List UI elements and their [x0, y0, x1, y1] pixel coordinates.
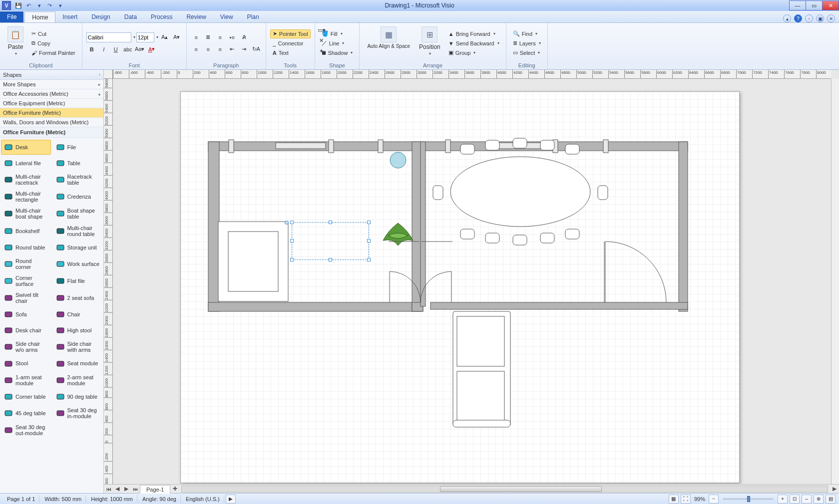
resize-handle[interactable] — [329, 258, 332, 261]
align-left-icon[interactable]: ≡ — [191, 44, 202, 54]
help-icon[interactable]: ? — [794, 14, 802, 22]
font-color-button[interactable]: A▾ — [146, 44, 157, 54]
rotate-text-icon[interactable]: ↻A — [251, 44, 262, 54]
shape-item[interactable]: 1-arm seat module — [1, 372, 51, 388]
page-tab[interactable]: Page-1 — [140, 485, 170, 494]
bold-button[interactable]: B — [86, 44, 97, 54]
send-backward-button[interactable]: ▼ Send Backward▾ — [446, 39, 502, 48]
canvas[interactable] — [113, 79, 831, 484]
minimize-ribbon-icon[interactable]: ▴ — [783, 14, 791, 22]
resize-handle[interactable] — [290, 239, 294, 243]
paste-button[interactable]: 📋 Paste ▾ — [4, 25, 27, 61]
qat-customize[interactable]: ▾ — [56, 1, 65, 10]
tab-review[interactable]: Review — [179, 11, 213, 22]
shape-item[interactable]: Credenza — [53, 189, 103, 205]
shape-item[interactable]: File — [53, 140, 103, 155]
shape-item[interactable]: Corner table — [1, 389, 51, 404]
shape-item[interactable]: Work surface — [53, 256, 103, 272]
first-page-icon[interactable]: ⏮ — [104, 485, 113, 493]
undo-dropdown[interactable]: ▾ — [35, 1, 44, 10]
last-page-icon[interactable]: ⏭ — [131, 485, 140, 493]
autoalign-button[interactable]: ▦ Auto Align & Space — [364, 25, 414, 61]
shape-item[interactable]: Multi-chair rectangle — [1, 189, 51, 205]
position-button[interactable]: ⊞ Position▾ — [416, 25, 444, 61]
decrease-indent-icon[interactable]: ⇤ — [227, 44, 238, 54]
shrink-font-icon[interactable]: A▾ — [171, 32, 182, 42]
shape-item[interactable]: Racetrack table — [53, 172, 103, 188]
rotation-handle-icon[interactable] — [285, 221, 289, 225]
shape-item[interactable]: 2 seat sofa — [53, 290, 103, 306]
shape-item[interactable]: Corner surface — [1, 273, 51, 289]
stencil-row[interactable]: Office Furniture (Metric) — [0, 108, 103, 118]
tab-design[interactable]: Design — [84, 11, 117, 22]
shape-item[interactable]: Lateral file — [1, 156, 51, 171]
window-child-close-icon[interactable]: ✕ — [827, 14, 835, 22]
more-shapes-button[interactable]: More Shapes▸ — [0, 80, 103, 89]
presentation-mode-icon[interactable]: ▦ — [669, 495, 679, 504]
shape-item[interactable]: Flat file — [53, 273, 103, 289]
align-center-icon[interactable]: ≡ — [203, 44, 214, 54]
shape-item[interactable]: Storage unit — [53, 240, 103, 255]
pan-zoom-icon[interactable]: ⊕ — [814, 495, 824, 504]
shape-item[interactable]: Seat module — [53, 356, 103, 371]
language-info[interactable]: English (U.S.) — [182, 495, 224, 503]
stencil-row[interactable]: Office Equipment (Metric) — [0, 99, 103, 108]
shape-item[interactable]: Swivel tilt chair — [1, 290, 51, 306]
shape-item[interactable]: Desk chair — [1, 323, 51, 338]
pointer-tool-button[interactable]: ➤ Pointer Tool — [270, 29, 311, 38]
shape-item[interactable]: 2-arm seat module — [53, 372, 103, 388]
rectangle-tool-icon[interactable]: ▭▾ — [316, 25, 327, 35]
grow-font-icon[interactable]: A▴ — [159, 32, 170, 42]
shape-item[interactable]: Round table — [1, 240, 51, 255]
vertical-ruler[interactable]: 5800560054005200500048004600440042004000… — [104, 79, 113, 484]
align-bottom-icon[interactable]: ≡ — [215, 32, 226, 42]
connection-point-icon[interactable]: ✶ — [316, 46, 327, 56]
tab-insert[interactable]: Insert — [55, 11, 84, 22]
align-top-icon[interactable]: ≡ — [191, 32, 202, 42]
zoom-level[interactable]: 99% — [694, 496, 705, 502]
drawing-page[interactable] — [180, 91, 740, 483]
strike-button[interactable]: abc — [122, 44, 133, 54]
increase-indent-icon[interactable]: ⇥ — [239, 44, 250, 54]
clear-format-icon[interactable]: A̷ — [239, 32, 250, 42]
resize-handle[interactable] — [367, 221, 371, 224]
tab-process[interactable]: Process — [144, 11, 179, 22]
save-icon[interactable]: 💾 — [14, 1, 23, 10]
bullets-icon[interactable]: •≡ — [227, 32, 238, 42]
underline-button[interactable]: U — [110, 44, 121, 54]
zoom-out-icon[interactable]: − — [709, 495, 719, 504]
group-button[interactable]: ▣ Group▾ — [446, 48, 502, 57]
macro-record-icon[interactable]: ▶ — [226, 495, 236, 504]
text-tool-button[interactable]: A Text — [270, 48, 311, 57]
horizontal-ruler[interactable]: -800-600-400-200020040060080010001200140… — [113, 70, 831, 79]
shape-item[interactable]: 45 deg table — [1, 405, 51, 421]
shape-item[interactable]: Round corner — [1, 256, 51, 272]
shape-item[interactable]: Boat shape table — [53, 206, 103, 222]
fit-width-icon[interactable]: ↔ — [802, 495, 812, 504]
resize-handle[interactable] — [329, 221, 332, 224]
shape-item[interactable]: Side chair with arms — [53, 339, 103, 355]
tab-home[interactable]: Home — [24, 11, 55, 22]
shape-item[interactable]: Stool — [1, 356, 51, 371]
align-right-icon[interactable]: ≡ — [215, 44, 226, 54]
align-middle-icon[interactable]: ≣ — [203, 32, 214, 42]
maximize-button[interactable]: ▭ — [806, 0, 823, 10]
font-size-input[interactable] — [136, 32, 154, 42]
cut-button[interactable]: ✂ Cut — [29, 29, 78, 38]
shape-item[interactable]: Multi-chair round table — [53, 223, 103, 239]
shape-item[interactable]: Chair — [53, 307, 103, 322]
tab-data[interactable]: Data — [117, 11, 144, 22]
font-name-input[interactable] — [86, 32, 131, 42]
window-restore-icon[interactable]: ▫ — [805, 14, 813, 22]
italic-button[interactable]: I — [98, 44, 109, 54]
file-tab[interactable]: File — [0, 11, 23, 22]
zoom-thumb[interactable] — [747, 496, 750, 502]
minimize-button[interactable]: — — [789, 0, 806, 10]
shape-item[interactable]: Seat 30 deg out-module — [1, 422, 51, 438]
prev-page-icon[interactable]: ◀ — [113, 485, 122, 493]
resize-handle[interactable] — [367, 239, 371, 243]
scroll-right-icon[interactable]: ▶ — [830, 485, 839, 493]
shapes-collapse-icon[interactable]: ‹ — [99, 72, 100, 77]
connector-tool-button[interactable]: ⎯ Connector — [270, 39, 311, 48]
bring-forward-button[interactable]: ▲ Bring Forward▾ — [446, 29, 502, 38]
